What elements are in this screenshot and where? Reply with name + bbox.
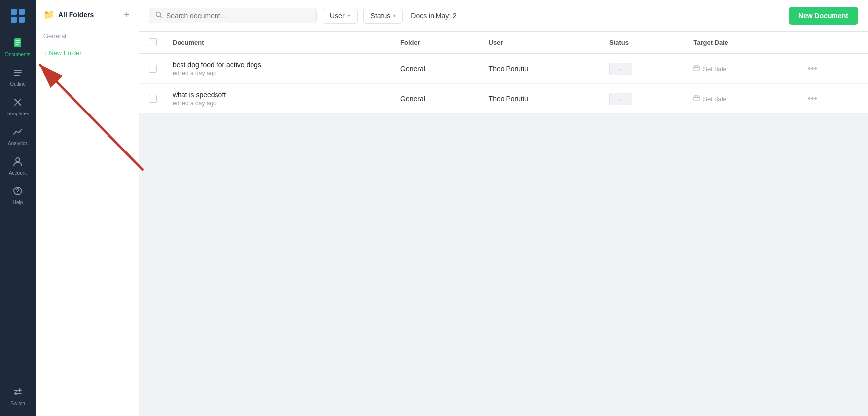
outline-icon bbox=[12, 67, 23, 79]
documents-table: Document Folder User Status Target Date … bbox=[139, 32, 868, 114]
row2-document-cell: what is speedsoft edited a day ago bbox=[165, 84, 393, 114]
switch-icon bbox=[12, 386, 23, 399]
sidebar-item-help[interactable]: Help bbox=[0, 182, 36, 209]
sidebar-item-documents-label: Documents bbox=[5, 52, 31, 57]
sidebar: Documents Outline Templates bbox=[0, 0, 36, 416]
sidebar-bottom: Switch bbox=[0, 382, 36, 410]
app-logo[interactable] bbox=[8, 6, 28, 26]
row2-calendar-icon bbox=[693, 95, 700, 103]
row2-set-date[interactable]: Set date bbox=[703, 95, 726, 103]
row2-user-cell: Theo Porutiu bbox=[481, 84, 602, 114]
sidebar-item-analytics[interactable]: Analytics bbox=[0, 122, 36, 150]
sidebar-nav: Documents Outline Templates bbox=[0, 34, 36, 382]
row2-status-cell: - bbox=[601, 84, 686, 114]
svg-rect-3 bbox=[19, 17, 25, 23]
table-header-actions bbox=[796, 32, 868, 54]
row2-document-name[interactable]: what is speedsoft bbox=[173, 91, 385, 99]
folder-title-group: 📁 All Folders bbox=[43, 9, 94, 20]
row2-user: Theo Porutiu bbox=[489, 95, 528, 103]
row1-folder-cell: General bbox=[393, 54, 480, 84]
svg-line-17 bbox=[160, 16, 162, 18]
folder-header: 📁 All Folders + bbox=[36, 0, 139, 27]
user-filter-chevron-icon: ▾ bbox=[348, 13, 350, 18]
row1-folder: General bbox=[400, 65, 425, 73]
folder-panel: 📁 All Folders + General + New Folder bbox=[36, 0, 139, 416]
row1-checkbox-cell bbox=[139, 54, 165, 84]
search-icon bbox=[155, 11, 162, 20]
add-folder-button[interactable]: + bbox=[123, 9, 131, 21]
svg-point-15 bbox=[17, 193, 18, 194]
documents-icon bbox=[12, 38, 23, 50]
folder-title: All Folders bbox=[58, 11, 94, 19]
row1-more-button[interactable]: ••• bbox=[804, 63, 821, 74]
row2-more-button[interactable]: ••• bbox=[804, 93, 821, 104]
sidebar-item-outline[interactable]: Outline bbox=[0, 63, 36, 91]
svg-point-13 bbox=[16, 158, 20, 162]
row1-user-cell: Theo Porutiu bbox=[481, 54, 602, 84]
table-header-user: User bbox=[481, 32, 602, 54]
table-row: what is speedsoft edited a day ago Gener… bbox=[139, 84, 868, 114]
row2-actions-cell: ••• bbox=[796, 84, 868, 114]
docs-count: Docs in May: 2 bbox=[411, 12, 457, 20]
sidebar-item-switch-label: Switch bbox=[10, 401, 25, 406]
row1-status[interactable]: - bbox=[609, 63, 632, 75]
sidebar-item-account-label: Account bbox=[9, 170, 27, 176]
svg-rect-18 bbox=[694, 66, 699, 71]
svg-rect-0 bbox=[11, 9, 17, 15]
row1-document-cell: best dog food for active dogs edited a d… bbox=[165, 54, 393, 84]
row2-document-edited: edited a day ago bbox=[173, 100, 385, 107]
table-header-target-date: Target Date bbox=[686, 32, 796, 54]
sidebar-item-account[interactable]: Account bbox=[0, 152, 36, 180]
row1-calendar-icon bbox=[693, 65, 700, 73]
status-filter-chevron-icon: ▾ bbox=[393, 13, 396, 18]
svg-rect-22 bbox=[694, 96, 699, 101]
row1-actions-cell: ••• bbox=[796, 54, 868, 84]
new-document-button[interactable]: New Document bbox=[789, 7, 858, 25]
row1-document-edited: edited a day ago bbox=[173, 70, 385, 76]
table-header-document: Document bbox=[165, 32, 393, 54]
row2-target-date-cell: Set date bbox=[686, 84, 796, 114]
row1-checkbox[interactable] bbox=[149, 65, 157, 73]
select-all-checkbox[interactable] bbox=[149, 38, 157, 46]
status-filter-button[interactable]: Status ▾ bbox=[363, 8, 403, 24]
row1-set-date[interactable]: Set date bbox=[703, 65, 726, 73]
row1-user: Theo Porutiu bbox=[489, 65, 528, 73]
sidebar-item-outline-label: Outline bbox=[10, 81, 26, 87]
row2-checkbox[interactable] bbox=[149, 95, 157, 103]
row1-target-date-cell: Set date bbox=[686, 54, 796, 84]
row2-status[interactable]: - bbox=[609, 93, 632, 105]
svg-rect-2 bbox=[11, 17, 17, 23]
row2-folder: General bbox=[400, 95, 425, 103]
folder-icon: 📁 bbox=[43, 9, 54, 20]
main-content: User ▾ Status ▾ Docs in May: 2 New Docum… bbox=[139, 0, 868, 416]
analytics-icon bbox=[12, 126, 23, 139]
sidebar-item-analytics-label: Analytics bbox=[8, 141, 28, 146]
new-folder-button[interactable]: + New Folder bbox=[36, 44, 139, 62]
sidebar-item-templates[interactable]: Templates bbox=[0, 93, 36, 120]
sidebar-item-documents[interactable]: Documents bbox=[0, 34, 36, 61]
sidebar-item-switch[interactable]: Switch bbox=[0, 382, 36, 410]
user-filter-button[interactable]: User ▾ bbox=[323, 8, 358, 24]
table-header-checkbox bbox=[139, 32, 165, 54]
sidebar-item-templates-label: Templates bbox=[6, 111, 29, 116]
table-header-folder: Folder bbox=[393, 32, 480, 54]
table-header-row: Document Folder User Status Target Date bbox=[139, 32, 868, 54]
documents-table-container: Document Folder User Status Target Date … bbox=[139, 32, 868, 416]
row2-checkbox-cell bbox=[139, 84, 165, 114]
templates-icon bbox=[12, 97, 23, 109]
status-filter-label: Status bbox=[371, 12, 391, 20]
row1-status-cell: - bbox=[601, 54, 686, 84]
row1-document-name[interactable]: best dog food for active dogs bbox=[173, 61, 385, 69]
folder-item-general: General bbox=[36, 27, 139, 44]
toolbar: User ▾ Status ▾ Docs in May: 2 New Docum… bbox=[139, 0, 868, 32]
user-filter-label: User bbox=[330, 12, 345, 20]
table-header-status: Status bbox=[601, 32, 686, 54]
search-box bbox=[149, 8, 317, 23]
sidebar-item-help-label: Help bbox=[13, 200, 23, 205]
help-icon bbox=[12, 186, 23, 198]
row2-folder-cell: General bbox=[393, 84, 480, 114]
svg-rect-1 bbox=[19, 9, 25, 15]
account-icon bbox=[12, 156, 23, 168]
search-input[interactable] bbox=[166, 12, 310, 20]
table-row: best dog food for active dogs edited a d… bbox=[139, 54, 868, 84]
